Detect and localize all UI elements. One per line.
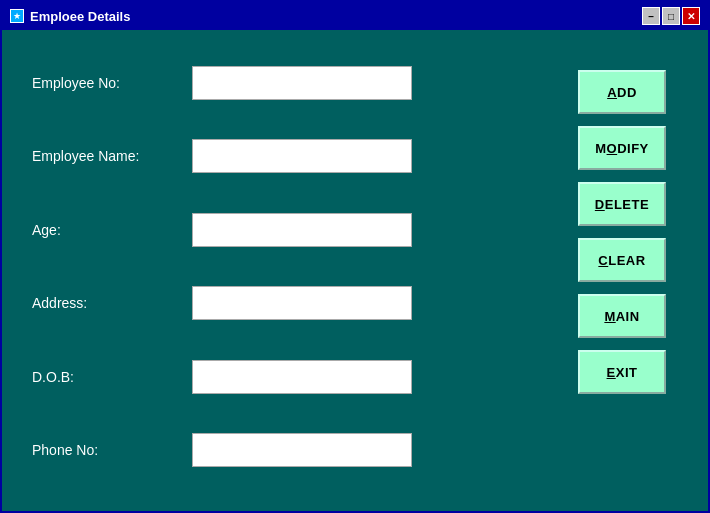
title-bar: ★ Emploee Details – □ ✕ <box>2 2 708 30</box>
address-label: Address: <box>32 295 192 311</box>
delete-button-label: DELETE <box>595 197 649 212</box>
form-row-employee-no: Employee No: <box>32 66 558 100</box>
maximize-button[interactable]: □ <box>662 7 680 25</box>
delete-button[interactable]: DELETE <box>578 182 666 226</box>
close-button[interactable]: ✕ <box>682 7 700 25</box>
modify-button-label: MODIFY <box>595 141 649 156</box>
form-row-address: Address: <box>32 286 558 320</box>
main-window: ★ Emploee Details – □ ✕ Employee No: Emp… <box>0 0 710 513</box>
title-bar-left: ★ Emploee Details <box>10 9 130 24</box>
form-row-age: Age: <box>32 213 558 247</box>
form-row-phone: Phone No: <box>32 433 558 467</box>
form-section: Employee No: Employee Name: Age: Address… <box>32 50 558 491</box>
modify-button[interactable]: MODIFY <box>578 126 666 170</box>
minimize-button[interactable]: – <box>642 7 660 25</box>
clear-button[interactable]: CLEAR <box>578 238 666 282</box>
add-button-label: ADD <box>607 85 637 100</box>
employee-no-label: Employee No: <box>32 75 192 91</box>
phone-no-label: Phone No: <box>32 442 192 458</box>
main-layout: Employee No: Employee Name: Age: Address… <box>2 30 708 511</box>
employee-name-input[interactable] <box>192 139 412 173</box>
age-input[interactable] <box>192 213 412 247</box>
age-label: Age: <box>32 222 192 238</box>
dob-input[interactable] <box>192 360 412 394</box>
add-button[interactable]: ADD <box>578 70 666 114</box>
window-icon: ★ <box>10 9 24 23</box>
exit-button[interactable]: EXIT <box>578 350 666 394</box>
dob-label: D.O.B: <box>32 369 192 385</box>
clear-button-label: CLEAR <box>598 253 645 268</box>
employee-no-input[interactable] <box>192 66 412 100</box>
main-button[interactable]: MAIN <box>578 294 666 338</box>
form-row-dob: D.O.B: <box>32 360 558 394</box>
title-bar-buttons: – □ ✕ <box>642 7 700 25</box>
window-title: Emploee Details <box>30 9 130 24</box>
form-row-employee-name: Employee Name: <box>32 139 558 173</box>
main-button-label: MAIN <box>604 309 639 324</box>
action-section: ADD MODIFY DELETE CLEAR MAIN EXIT <box>578 50 678 491</box>
phone-no-input[interactable] <box>192 433 412 467</box>
address-input[interactable] <box>192 286 412 320</box>
employee-name-label: Employee Name: <box>32 148 192 164</box>
exit-button-label: EXIT <box>607 365 638 380</box>
